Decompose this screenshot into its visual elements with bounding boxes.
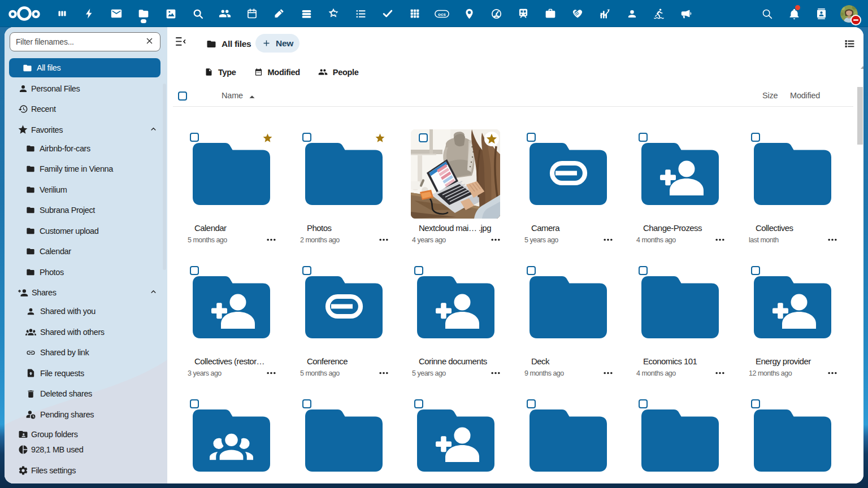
svg-text:ocs: ocs <box>438 11 446 16</box>
